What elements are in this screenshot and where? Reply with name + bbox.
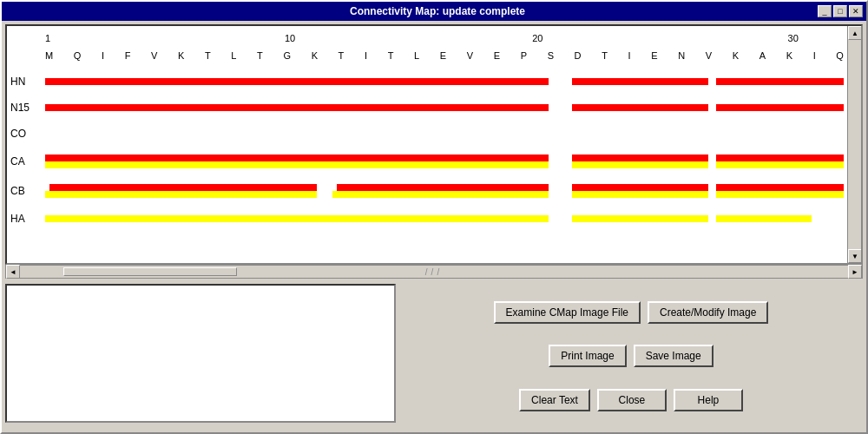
bar-red — [572, 104, 707, 111]
row-CA: CA — [10, 148, 844, 175]
row-bars-CA — [45, 151, 844, 172]
button-row-1: Examine CMap Image File Create/Modify Im… — [494, 301, 769, 324]
scroll-v-track[interactable] — [848, 40, 861, 249]
bar-red — [45, 78, 549, 85]
bar-yellow — [716, 161, 844, 168]
row-label-N15: N15 — [10, 102, 45, 114]
bottom-panel: Examine CMap Image File Create/Modify Im… — [2, 280, 866, 432]
print-image-button[interactable]: Print Image — [549, 345, 626, 367]
row-bars-HA — [45, 210, 844, 227]
bar-red — [716, 155, 844, 161]
bar-yellow — [45, 191, 317, 198]
close-window-button[interactable]: ✕ — [849, 5, 863, 17]
row-CB: CB — [10, 177, 844, 205]
bar-yellow — [716, 191, 844, 198]
bar-yellow — [572, 191, 707, 198]
bar-red — [716, 78, 844, 85]
help-button[interactable]: Help — [674, 389, 743, 411]
bar-yellow — [45, 215, 549, 222]
scroll-down-button[interactable]: ▼ — [848, 249, 862, 263]
bar-red — [572, 78, 707, 85]
scroll-up-button[interactable]: ▲ — [848, 26, 862, 40]
create-modify-button[interactable]: Create/Modify Image — [648, 301, 768, 324]
ruler-num-30: 30 — [788, 33, 799, 43]
button-row-3: Clear Text Close Help — [519, 389, 743, 411]
scroll-h-thumb[interactable] — [63, 267, 237, 276]
bar-red — [49, 184, 317, 191]
row-label-CB: CB — [10, 185, 45, 197]
ruler-letters-row: M Q I F V K T L T G K T I T L — [45, 50, 844, 66]
row-HN: HN — [10, 69, 844, 94]
row-bars-CB — [45, 181, 844, 201]
examine-cmap-button[interactable]: Examine CMap Image File — [494, 301, 641, 324]
bar-red — [716, 184, 844, 191]
horizontal-scrollbar: ◄ /// ► — [5, 265, 863, 279]
row-bars-CO — [45, 125, 844, 142]
bar-red — [716, 104, 844, 111]
row-bars-N15 — [45, 99, 844, 116]
row-bars-HN — [45, 73, 844, 90]
buttons-panel: Examine CMap Image File Create/Modify Im… — [399, 284, 863, 429]
maximize-button[interactable]: □ — [833, 5, 847, 17]
row-HA: HA — [10, 207, 844, 231]
bar-red — [337, 184, 549, 191]
scroll-h-track[interactable]: /// — [20, 266, 848, 278]
bar-yellow — [716, 215, 812, 222]
bar-yellow — [572, 215, 707, 222]
window-title: Connectivity Map: update complete — [57, 5, 818, 17]
close-button[interactable]: Close — [597, 389, 667, 411]
ruler-num-10: 10 — [285, 33, 295, 43]
bar-red — [572, 155, 707, 161]
bar-yellow — [332, 191, 548, 198]
scroll-left-button[interactable]: ◄ — [6, 265, 20, 279]
row-CO: CO — [10, 122, 844, 146]
title-bar-buttons: _ □ ✕ — [818, 5, 863, 17]
row-N15: N15 — [10, 95, 844, 120]
scroll-divider: /// — [425, 267, 443, 277]
text-output-area[interactable] — [5, 284, 396, 423]
row-label-HA: HA — [10, 213, 45, 225]
row-label-HN: HN — [10, 76, 45, 88]
ruler-numbers-row: 1 10 20 30 — [45, 33, 844, 50]
vertical-scrollbar: ▲ ▼ — [847, 26, 861, 263]
scroll-right-button[interactable]: ► — [848, 265, 862, 279]
canvas-area: ▲ ▼ 1 10 20 30 M — [5, 24, 863, 265]
row-label-CO: CO — [10, 128, 45, 140]
main-window: Connectivity Map: update complete _ □ ✕ … — [0, 0, 868, 434]
clear-text-button[interactable]: Clear Text — [519, 389, 590, 411]
minimize-button[interactable]: _ — [818, 5, 832, 17]
save-image-button[interactable]: Save Image — [634, 345, 713, 367]
visualization: 1 10 20 30 M Q I F V K T — [7, 26, 847, 263]
bar-red — [572, 184, 707, 191]
ruler-num-1: 1 — [45, 33, 50, 43]
bar-yellow — [45, 161, 549, 168]
title-bar: Connectivity Map: update complete _ □ ✕ — [2, 2, 866, 21]
row-label-CA: CA — [10, 155, 45, 168]
ruler-num-20: 20 — [532, 33, 542, 43]
bar-yellow — [572, 161, 707, 168]
main-content: ▲ ▼ 1 10 20 30 M — [2, 21, 866, 432]
button-row-2: Print Image Save Image — [549, 345, 713, 367]
bar-red — [45, 155, 549, 161]
bar-red — [45, 104, 549, 111]
